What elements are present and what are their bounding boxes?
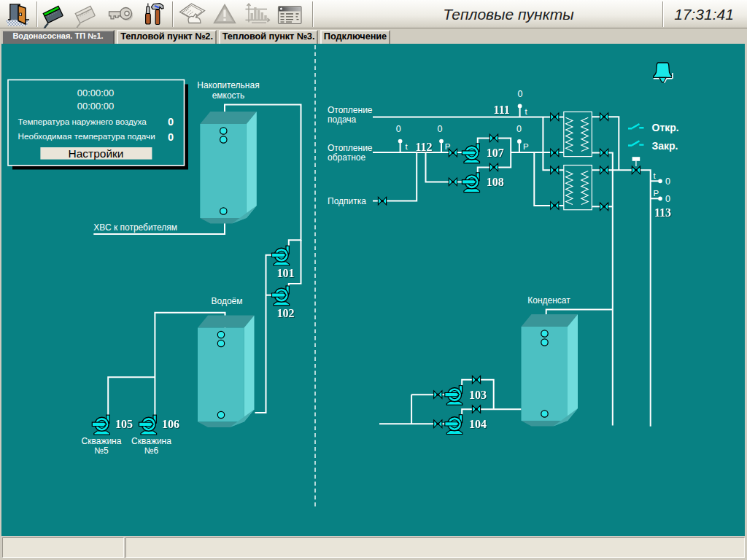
svg-text:P: P (445, 142, 451, 151)
svg-text:Отопление: Отопление (328, 105, 373, 115)
svg-text:106: 106 (162, 418, 179, 430)
svg-text:емкость: емкость (212, 90, 245, 101)
svg-text:107: 107 (487, 147, 504, 159)
svg-text:Конденсат: Конденсат (527, 295, 570, 306)
svg-text:Подпитка: Подпитка (328, 196, 366, 206)
svg-text:Необходимая температура подачи: Необходимая температура подачи (18, 131, 155, 141)
svg-text:Откр.: Откр. (652, 122, 679, 133)
svg-text:105: 105 (115, 418, 133, 430)
svg-text:108: 108 (487, 176, 504, 188)
svg-text:0: 0 (168, 131, 174, 143)
svg-text:0: 0 (516, 124, 522, 134)
svg-text:№6: №6 (144, 446, 159, 456)
svg-text:обратное: обратное (328, 152, 365, 163)
svg-text:104: 104 (469, 418, 487, 430)
svg-text:0: 0 (396, 124, 401, 134)
svg-text:0: 0 (518, 89, 523, 99)
svg-text:00:00:00: 00:00:00 (77, 88, 115, 98)
svg-text:00:00:00: 00:00:00 (77, 101, 115, 112)
svg-text:113: 113 (654, 206, 671, 219)
svg-text:0: 0 (168, 116, 174, 128)
svg-text:Настройки: Настройки (68, 147, 123, 160)
svg-text:0: 0 (438, 124, 443, 134)
svg-text:t: t (654, 171, 657, 180)
svg-text:103: 103 (469, 389, 487, 401)
svg-text:Температура наружнего воздуха: Температура наружнего воздуха (18, 117, 147, 126)
svg-text:P: P (654, 189, 659, 198)
svg-text:t: t (406, 142, 409, 151)
svg-text:t: t (525, 107, 528, 116)
svg-text:подача: подача (328, 114, 357, 125)
svg-text:Накопительная: Накопительная (197, 80, 259, 90)
svg-text:0: 0 (665, 176, 670, 187)
svg-text:102: 102 (277, 307, 295, 319)
svg-text:P: P (523, 142, 529, 151)
svg-text:101: 101 (277, 267, 295, 279)
svg-text:112: 112 (416, 141, 433, 153)
svg-text:№5: №5 (94, 446, 109, 456)
svg-text:0: 0 (665, 194, 670, 204)
svg-text:Отопление: Отопление (328, 143, 373, 153)
svg-text:111: 111 (494, 104, 510, 116)
svg-text:Закр.: Закр. (652, 140, 678, 152)
svg-text:Водоём: Водоём (211, 296, 242, 306)
svg-text:ХВС к потребителям: ХВС к потребителям (93, 222, 177, 233)
